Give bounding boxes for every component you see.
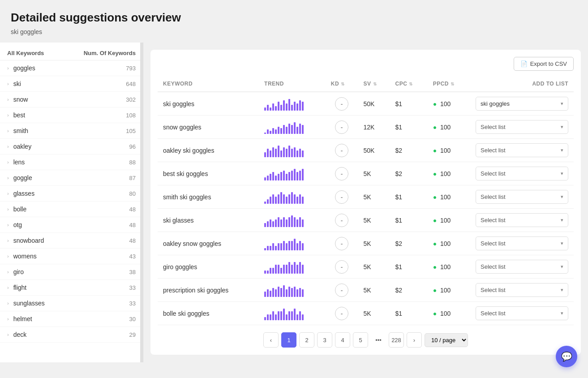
sparkline-bar <box>286 289 288 297</box>
sidebar-item-label: best <box>13 112 126 119</box>
sidebar-item-helmet[interactable]: › helmet 30 <box>0 311 143 327</box>
table-body: ski goggles - 50K $1 ● 100 ski goggles ▾… <box>158 92 574 325</box>
chevron-icon: › <box>7 128 9 133</box>
cpc-cell: $1 <box>390 255 428 279</box>
pagination-next[interactable]: › <box>407 332 422 348</box>
ppcd-value: 100 <box>440 240 451 247</box>
select-list-dropdown[interactable]: Select list ▾ <box>476 120 568 134</box>
sparkline-bar <box>302 150 304 157</box>
add-to-list-cell: Select list ▾ <box>470 116 574 139</box>
sparkline-bar <box>286 314 288 320</box>
sidebar-item-snow[interactable]: › snow 302 <box>0 92 143 107</box>
ppcd-sort-icon: ⇅ <box>451 82 455 86</box>
sidebar-item-deck[interactable]: › deck 29 <box>0 327 143 343</box>
col-sv[interactable]: SV⇅ <box>358 76 390 92</box>
trend-cell <box>259 279 326 302</box>
select-list-dropdown[interactable]: Select list ▾ <box>476 167 568 180</box>
sparkline-bar <box>267 176 269 180</box>
sidebar-item-lens[interactable]: › lens 88 <box>0 155 143 170</box>
sidebar-item-otg[interactable]: › otg 48 <box>0 217 143 233</box>
select-list-dropdown[interactable]: Select list ▾ <box>476 260 568 274</box>
sidebar-item-goggles[interactable]: › goggles 793 <box>0 60 143 76</box>
sparkline-bar <box>294 239 296 250</box>
sparkline-bar <box>275 176 277 180</box>
select-list-dropdown[interactable]: Select list ▾ <box>476 190 568 204</box>
keyword-cell: best ski goggles <box>158 162 259 185</box>
sparkline-bar <box>299 288 301 297</box>
add-to-list-cell: Select list ▾ <box>470 139 574 162</box>
sidebar-item-womens[interactable]: › womens 43 <box>0 249 143 264</box>
sparkline-bar <box>275 149 277 157</box>
col-ppcd[interactable]: PPCD⇅ <box>428 76 470 92</box>
sparkline-bar <box>288 241 290 250</box>
select-list-dropdown[interactable]: Select list ▾ <box>476 213 568 227</box>
sidebar-item-label: glasses <box>13 190 129 197</box>
pagination-prev[interactable]: ‹ <box>263 332 279 348</box>
select-list-label: Select list <box>481 287 506 293</box>
sidebar-item-flight[interactable]: › flight 33 <box>0 280 143 296</box>
pagination-page-3[interactable]: 3 <box>317 332 332 348</box>
sidebar-item-smith[interactable]: › smith 105 <box>0 123 143 139</box>
col-cpc[interactable]: CPC⇅ <box>390 76 428 92</box>
sparkline-bar <box>283 125 285 134</box>
trend-cell <box>259 139 326 162</box>
sparkline-bar <box>288 311 290 320</box>
pagination-page-1[interactable]: 1 <box>281 332 296 348</box>
sparkline-bar <box>278 287 279 297</box>
col-kd[interactable]: KD⇅ <box>326 76 358 92</box>
sparkline-bar <box>272 172 274 180</box>
sparkline-bar <box>283 285 285 297</box>
sidebar-item-sunglasses[interactable]: › sunglasses 33 <box>0 296 143 311</box>
sidebar-item-oakley[interactable]: › oakley 96 <box>0 139 143 155</box>
sparkline-bar <box>291 105 293 111</box>
kd-dash: - <box>335 97 348 111</box>
sidebar-item-label: snow <box>13 96 126 103</box>
sparkline-bar <box>296 150 298 157</box>
table-row: ski glasses - 5K $1 ● 100 Select list ▾ <box>158 209 574 232</box>
chevron-icon: › <box>7 285 9 290</box>
kd-cell: - <box>326 279 358 302</box>
kd-dash: - <box>335 190 348 204</box>
sidebar-item-label: snowboard <box>13 237 129 244</box>
table-row: prescription ski goggles - 5K $2 ● 100 S… <box>158 279 574 302</box>
pagination-dots: ••• <box>371 332 386 348</box>
select-list-dropdown[interactable]: Select list ▾ <box>476 143 568 157</box>
sidebar-item-best[interactable]: › best 108 <box>0 107 143 123</box>
sparkline <box>264 190 320 204</box>
export-button[interactable]: 📄 Export to CSV <box>514 57 574 71</box>
ppcd-cell: ● 100 <box>428 162 470 185</box>
pagination-page-2[interactable]: 2 <box>299 332 314 348</box>
sparkline-bar <box>267 105 269 111</box>
sidebar-item-label: deck <box>13 331 129 338</box>
sidebar-item-goggle[interactable]: › goggle 87 <box>0 170 143 186</box>
sv-cell: 5K <box>358 162 390 185</box>
select-list-label: Select list <box>481 170 506 177</box>
sidebar-item-bolle[interactable]: › bolle 48 <box>0 202 143 217</box>
select-list-dropdown[interactable]: ski goggles ▾ <box>476 97 568 111</box>
select-list-dropdown[interactable]: Select list ▾ <box>476 236 568 250</box>
per-page-select[interactable]: 10 / page 20 / page 50 / page <box>425 333 468 347</box>
sidebar-item-glasses[interactable]: › glasses 80 <box>0 186 143 202</box>
sparkline-bar <box>264 107 266 111</box>
sidebar-item-label: giro <box>13 268 129 275</box>
sparkline-bar <box>299 100 301 111</box>
sidebar-item-ski[interactable]: › ski 648 <box>0 76 143 92</box>
ppcd-value: 100 <box>440 263 451 271</box>
sparkline-bar <box>270 268 271 274</box>
sparkline-bar <box>299 241 301 250</box>
sidebar-item-label: helmet <box>13 315 129 322</box>
kd-dash: - <box>335 237 348 250</box>
sidebar-item-snowboard[interactable]: › snowboard 48 <box>0 233 143 249</box>
sidebar-item-label: goggle <box>13 174 129 181</box>
select-list-dropdown[interactable]: Select list ▾ <box>476 283 568 297</box>
pagination-page-5[interactable]: 5 <box>353 332 368 348</box>
sparkline-bar <box>299 194 301 204</box>
sidebar-item-count: 38 <box>129 269 136 275</box>
sparkline-bar <box>272 268 274 274</box>
pagination-page-4[interactable]: 4 <box>335 332 350 348</box>
sidebar-item-giro[interactable]: › giro 38 <box>0 264 143 280</box>
select-list-dropdown[interactable]: Select list ▾ <box>476 306 568 320</box>
sparkline-bar <box>291 215 293 227</box>
sidebar-resize-handle[interactable] <box>140 43 143 362</box>
pagination-page-228[interactable]: 228 <box>389 332 404 348</box>
